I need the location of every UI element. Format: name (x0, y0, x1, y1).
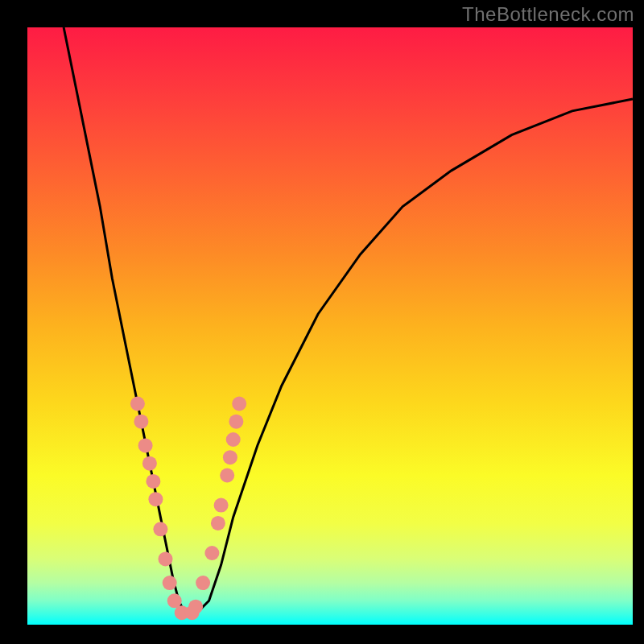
marker-point (148, 492, 163, 506)
marker-point (204, 546, 219, 560)
chart-frame: TheBottleneck.com (0, 0, 644, 644)
marker-point (130, 397, 145, 411)
marker-point (196, 576, 210, 590)
marker-point (229, 415, 243, 429)
marker-point (232, 397, 246, 411)
curve-svg (27, 27, 633, 625)
marker-point (223, 450, 237, 464)
marker-point (226, 432, 241, 447)
marker-point (214, 498, 229, 513)
marker-point (159, 551, 173, 566)
marker-point (134, 415, 148, 429)
marker-point (211, 516, 225, 530)
marker-point (138, 438, 153, 452)
highlight-markers (130, 397, 246, 621)
marker-point (220, 469, 234, 483)
marker-point (142, 456, 157, 471)
watermark-text: TheBottleneck.com (462, 3, 634, 26)
marker-point (153, 522, 167, 536)
marker-point (188, 600, 203, 614)
marker-point (163, 576, 177, 590)
bottleneck-curve (64, 27, 633, 616)
plot-area (27, 27, 633, 625)
marker-point (146, 474, 160, 489)
marker-point (167, 593, 182, 608)
